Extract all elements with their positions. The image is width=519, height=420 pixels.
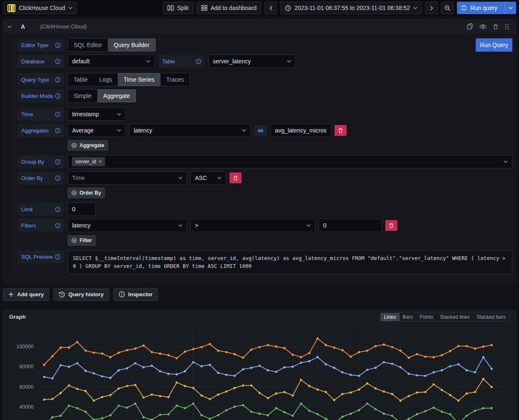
inspector-button[interactable]: Inspector [113,288,158,301]
info-icon[interactable] [55,159,60,165]
drag-handle-icon[interactable] [505,24,509,30]
split-button[interactable]: Split [163,2,193,14]
run-query-button[interactable]: Run query [457,2,516,14]
time-range-forward-button[interactable] [425,2,438,14]
filter-operator-select[interactable]: > [190,219,315,232]
data-point [110,377,112,379]
remove-filter-button[interactable] [385,220,397,231]
data-point [275,392,277,395]
time-column-select[interactable]: timestamp [67,108,126,121]
info-icon[interactable] [55,112,60,117]
data-point [234,353,236,355]
info-icon[interactable] [55,93,60,99]
info-icon[interactable] [55,59,60,64]
time-range-picker[interactable]: 2023-11-01 06:37:55 to 2023-11-01 06:38:… [280,2,422,14]
data-point [325,363,327,365]
data-point [441,410,443,412]
info-icon[interactable] [55,254,60,260]
duplicate-query-icon[interactable] [467,23,473,30]
info-icon[interactable] [196,59,201,64]
query-row-header[interactable]: A (ClickHouse Cloud) [3,20,516,33]
info-icon[interactable] [55,207,60,212]
database-row: Database default Table server_latency [17,55,512,68]
remove-query-trash-icon[interactable] [493,24,498,30]
chevron-down-icon [146,60,150,62]
query-type-option-logs[interactable]: Logs [93,73,117,86]
chevron-down-icon [504,160,508,163]
time-series-chart[interactable]: 2000040000600008000010000006:38:0006:38:… [3,324,516,420]
mode-option-points[interactable]: Points [416,313,437,321]
query-history-button[interactable]: Query history [53,288,109,301]
data-point [142,416,145,418]
order-by-field-select[interactable]: Time [67,171,187,185]
time-range-back-button[interactable] [264,2,277,14]
remove-tag-icon[interactable]: × [99,159,102,165]
add-query-button[interactable]: Add query [3,288,49,301]
query-row-actions [467,23,512,30]
mode-option-stacked-lines[interactable]: Stacked lines [437,313,473,321]
data-point [333,346,335,348]
builder-mode-option-simple[interactable]: Simple [68,90,97,102]
datasource-picker[interactable]: ClickHouse Cloud [3,2,77,14]
data-point [308,385,310,387]
query-type-option-table[interactable]: Table [68,73,93,86]
data-point [234,387,236,389]
remove-aggregate-button[interactable] [334,125,347,136]
info-icon[interactable] [55,223,60,228]
query-type-option-traces[interactable]: Traces [160,73,190,86]
filter-field-select[interactable]: latency [67,219,187,232]
data-point [234,405,236,408]
run-query-editor-button[interactable]: Run Query [476,38,512,52]
database-select[interactable]: default [67,55,155,68]
data-point [43,364,45,366]
editor-type-option-sql-editor[interactable]: SQL Editor [68,39,108,51]
mode-option-lines[interactable]: Lines [381,313,399,321]
query-type-option-time-series[interactable]: Time Series [118,73,160,86]
sql-preview-row: SQL Preview SELECT $__timeInterval(times… [17,250,512,275]
query-builder-form: Editor Type SQL Editor Query Builder Run… [14,38,512,276]
info-icon[interactable] [55,42,60,48]
aggregate-function-select[interactable]: Average [67,124,126,137]
data-point [432,407,434,409]
info-icon[interactable] [55,175,60,181]
builder-mode-option-aggregate[interactable]: Aggregate [97,90,136,102]
data-point [93,351,95,353]
mode-option-bars[interactable]: Bars [399,313,417,321]
data-point [250,348,252,350]
info-icon[interactable] [55,128,60,133]
aggregate-alias-input[interactable]: avg_latency_micros [270,124,331,137]
limit-input[interactable]: 0 [67,202,96,216]
run-query-dropdown[interactable] [505,2,516,14]
editor-type-option-query-builder[interactable]: Query Builder [108,39,155,51]
group-by-select[interactable]: server_id × [67,155,512,168]
data-point [167,372,170,375]
data-point [325,418,327,420]
add-filter-button[interactable]: Filter [67,235,96,246]
chevron-right-icon [430,6,433,10]
data-point [391,415,393,417]
filter-value-input[interactable]: 0 [319,219,382,232]
info-icon[interactable] [55,77,60,82]
order-by-direction-select[interactable]: ASC [190,171,226,185]
series-line-d [44,338,492,365]
run-query-main[interactable]: Run query [457,5,502,11]
add-to-dashboard-button[interactable]: Add to dashboard [197,2,262,14]
limit-label: Limit [17,202,64,216]
hide-response-eye-icon[interactable] [479,24,487,29]
group-by-tag-server-id[interactable]: server_id × [72,157,105,166]
mode-option-stacked-bars[interactable]: Stacked bars [473,313,509,321]
data-point [184,407,186,409]
data-point [383,343,385,345]
aggregate-column-select[interactable]: latency [129,124,251,137]
chart-svg[interactable]: 2000040000600008000010000006:38:0006:38:… [5,327,514,420]
add-aggregate-row: Aggregate [17,140,512,151]
time-range-zoom-out-button[interactable] [441,2,454,14]
collapse-chevron-icon[interactable] [7,25,12,28]
data-point [399,400,402,402]
remove-order-by-button[interactable] [230,172,242,183]
table-select[interactable]: server_latency [208,55,296,68]
add-aggregate-button[interactable]: Aggregate [67,140,108,151]
data-point [358,375,360,377]
add-order-by-button[interactable]: Order By [67,188,105,198]
data-point [167,354,170,356]
